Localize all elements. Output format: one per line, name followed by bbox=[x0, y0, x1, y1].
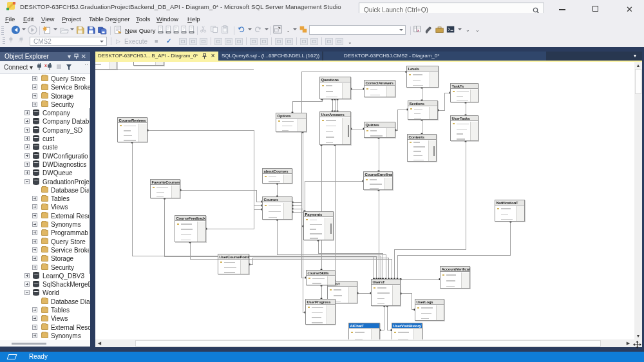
svg-text:x: x bbox=[44, 63, 47, 68]
